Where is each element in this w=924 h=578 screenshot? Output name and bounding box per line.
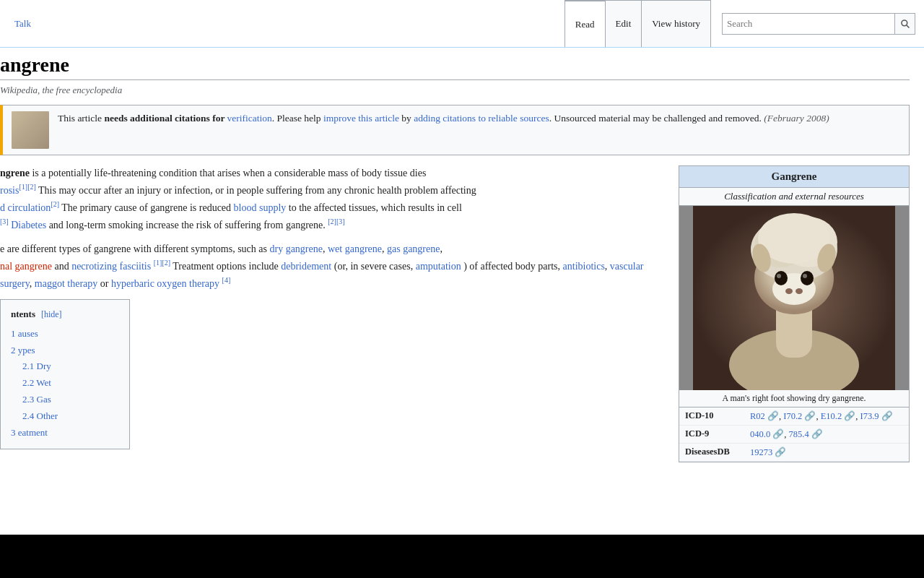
necrotizing-fasciitis-link[interactable]: necrotizing fasciitis xyxy=(71,261,151,272)
verification-link[interactable]: verification xyxy=(227,113,272,124)
icd10-i702-link[interactable]: I70.2 xyxy=(783,411,802,421)
toc-item-treatment[interactable]: 3 eatment xyxy=(11,427,48,438)
edit-tab[interactable]: Edit xyxy=(605,0,642,47)
antibiotics-link[interactable]: antibiotics xyxy=(563,261,605,272)
alpaca-svg xyxy=(693,206,895,390)
toc-item-types[interactable]: 2 ypes xyxy=(11,345,35,355)
toc-list: 1 auses 2 ypes 2.1 Dry 2.2 Wet 2.3 Gas 2… xyxy=(11,327,119,441)
infobox-label-diseasesdb: DiseasesDB xyxy=(685,447,750,457)
diseasesdb-link[interactable]: 19273 xyxy=(750,447,772,457)
search-button[interactable] xyxy=(895,13,915,35)
search-input[interactable] xyxy=(722,13,895,35)
infobox-title: Gangrene xyxy=(679,166,909,188)
list-item: 2.1 Dry xyxy=(22,359,119,374)
infobox-row-diseasesdb: DiseasesDB 19273 🔗 xyxy=(679,444,909,462)
table-of-contents: ntents [hide] 1 auses 2 ypes 2.1 Dry 2.2… xyxy=(0,299,130,449)
svg-point-14 xyxy=(803,274,807,278)
article-body: ngrene is a potentially life-threatening… xyxy=(0,165,910,470)
top-bar-left: Talk xyxy=(0,0,45,47)
infobox-value-icd9: 040.0 🔗, 785.4 🔗 xyxy=(750,428,903,440)
article-main: ngrene is a potentially life-threatening… xyxy=(0,165,655,470)
toc-item-gas[interactable]: 2.3 Gas xyxy=(22,394,51,405)
icd10-e102-link[interactable]: E10.2 xyxy=(821,411,842,421)
page-content: angrene Wikipedia, the free encyclopedia… xyxy=(0,48,924,470)
circulation-link[interactable]: d circulation xyxy=(0,202,51,213)
amputation-link[interactable]: amputation xyxy=(416,261,461,272)
list-item: 2 ypes 2.1 Dry 2.2 Wet 2.3 Gas 2.4 Other xyxy=(11,343,119,424)
list-item: 2.4 Other xyxy=(22,409,119,424)
svg-point-15 xyxy=(785,288,793,294)
toc-label: ntents xyxy=(11,307,35,322)
infobox-value-icd10: R02 🔗, I70.2 🔗, E10.2 🔗, I73.9 🔗 xyxy=(750,410,903,422)
intro-paragraph-2: e are different types of gangrene with d… xyxy=(0,241,655,292)
intro-paragraph-1: ngrene is a potentially life-threatening… xyxy=(0,165,655,234)
search-icon xyxy=(900,19,910,29)
dry-gangrene-link[interactable]: dry gangrene xyxy=(269,243,322,254)
toc-item-causes[interactable]: 1 auses xyxy=(11,328,38,339)
maggot-therapy-link[interactable]: maggot therapy xyxy=(35,278,97,289)
top-bar: Talk Read Edit View history xyxy=(0,0,924,48)
icd10-r02-link[interactable]: R02 xyxy=(750,411,765,421)
list-item: 1 auses xyxy=(11,327,119,342)
search-box xyxy=(722,13,915,35)
infobox-row-icd9: ICD-9 040.0 🔗, 785.4 🔗 xyxy=(679,426,909,444)
svg-point-0 xyxy=(901,20,907,25)
adding-citations-link[interactable]: adding citations to reliable sources xyxy=(414,113,549,124)
infobox-image-caption: A man's right foot showing dry gangrene. xyxy=(679,390,909,407)
wet-gangrene-link[interactable]: wet gangrene xyxy=(328,243,382,254)
infobox-value-diseasesdb: 19273 🔗 xyxy=(750,447,903,458)
blood-supply-link[interactable]: blood supply xyxy=(234,202,287,213)
hyperbaric-oxygen-link[interactable]: hyperbaric oxygen therapy xyxy=(111,278,219,289)
debridement-link[interactable]: debridement xyxy=(281,261,331,272)
svg-point-11 xyxy=(775,271,788,285)
page-title: angrene xyxy=(0,53,910,80)
alpaca-thumbnail xyxy=(12,111,49,149)
view-history-tab[interactable]: View history xyxy=(641,0,711,47)
infobox-subtitle: Classification and external resources xyxy=(679,188,909,206)
talk-tab[interactable]: Talk xyxy=(9,18,37,30)
notice-box: This article needs additional citations … xyxy=(0,105,910,155)
necrosis-link[interactable]: rosis xyxy=(0,185,19,196)
list-item: 2.2 Wet xyxy=(22,376,119,391)
internal-gangrene-link[interactable]: nal gangrene xyxy=(0,261,52,272)
svg-line-1 xyxy=(906,25,909,27)
notice-date: (February 2008) xyxy=(764,113,829,124)
icd9-7854-link[interactable]: 785.4 xyxy=(789,429,809,439)
toc-item-dry[interactable]: 2.1 Dry xyxy=(22,361,51,371)
infobox-row-icd10: ICD-10 R02 🔗, I70.2 🔗, E10.2 🔗, I73.9 🔗 xyxy=(679,407,909,426)
list-item: 2.3 Gas xyxy=(22,392,119,407)
svg-point-13 xyxy=(777,274,781,278)
notice-image xyxy=(12,111,49,149)
gas-gangrene-link[interactable]: gas gangrene xyxy=(387,243,440,254)
icd9-0400-link[interactable]: 040.0 xyxy=(750,429,770,439)
notice-text: This article needs additional citations … xyxy=(58,111,900,126)
toc-item-other[interactable]: 2.4 Other xyxy=(22,410,58,421)
infobox-image xyxy=(679,206,909,390)
svg-point-12 xyxy=(801,271,814,285)
improve-link[interactable]: improve this article xyxy=(323,113,399,124)
infobox: Gangrene Classification and external res… xyxy=(679,165,910,462)
diabetes-link[interactable]: Diabetes xyxy=(11,220,46,230)
svg-point-16 xyxy=(796,288,803,294)
tagline: Wikipedia, the free encyclopedia xyxy=(0,85,910,96)
toc-item-wet[interactable]: 2.2 Wet xyxy=(22,377,51,388)
top-bar-right: Read Edit View history xyxy=(565,0,924,47)
icd10-i739-link[interactable]: I73.9 xyxy=(860,411,879,421)
infobox-label-icd10: ICD-10 xyxy=(685,410,750,421)
toc-title: ntents [hide] xyxy=(11,307,119,322)
toc-hide-link[interactable]: [hide] xyxy=(41,308,62,322)
article-text: ngrene is a potentially life-threatening… xyxy=(0,165,655,457)
list-item: 3 eatment xyxy=(11,426,119,441)
read-tab[interactable]: Read xyxy=(565,0,606,47)
infobox-label-icd9: ICD-9 xyxy=(685,428,750,439)
